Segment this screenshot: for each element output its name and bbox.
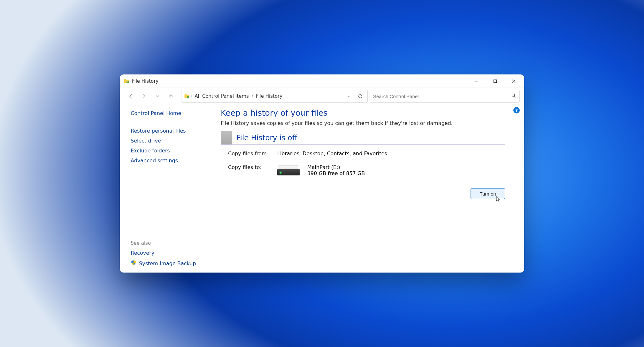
- titlebar: File History: [120, 74, 524, 88]
- sidebar-link-restore[interactable]: Restore personal files: [131, 128, 216, 134]
- nav-up-button[interactable]: [165, 90, 177, 103]
- sidebar: Control Panel Home Restore personal file…: [120, 104, 216, 273]
- refresh-button[interactable]: [355, 91, 365, 101]
- address-dropdown[interactable]: [344, 91, 354, 101]
- copy-from-label: Copy files from:: [228, 150, 270, 157]
- search-box[interactable]: [370, 90, 520, 103]
- content-area: ? Control Panel Home Restore personal fi…: [120, 104, 524, 273]
- control-panel-home-link[interactable]: Control Panel Home: [131, 110, 216, 116]
- nav-recent-dropdown[interactable]: [151, 90, 164, 103]
- address-bar[interactable]: « All Control Panel Items File History: [181, 90, 368, 103]
- status-panel: File History is off Copy files from: Lib…: [221, 131, 505, 185]
- sidebar-link-select-drive[interactable]: Select drive: [131, 138, 216, 144]
- page-title: Keep a history of your files: [221, 108, 505, 118]
- drive-name: MainPart (E:): [307, 164, 365, 170]
- maximize-button[interactable]: [486, 74, 504, 88]
- chevron-right-icon: [251, 94, 254, 98]
- see-also-system-image-backup[interactable]: System Image Backup: [139, 260, 196, 266]
- shield-icon: [131, 260, 136, 267]
- copy-from-value: Libraries, Desktop, Contacts, and Favori…: [277, 150, 387, 157]
- main-pane: Keep a history of your files File Histor…: [216, 104, 524, 273]
- sidebar-link-exclude[interactable]: Exclude folders: [131, 148, 216, 154]
- search-icon: [511, 93, 516, 99]
- window-title: File History: [132, 78, 158, 84]
- breadcrumb-item[interactable]: File History: [254, 93, 284, 99]
- page-description: File History saves copies of your files …: [221, 120, 505, 126]
- drive-icon: [277, 165, 300, 175]
- address-folder-icon: [183, 93, 190, 100]
- see-also-recovery[interactable]: Recovery: [131, 250, 216, 256]
- nav-forward-button[interactable]: [138, 90, 150, 103]
- svg-rect-1: [494, 80, 497, 82]
- app-icon: [124, 78, 129, 84]
- drive-free-space: 390 GB free of 857 GB: [307, 170, 365, 176]
- sidebar-link-advanced[interactable]: Advanced settings: [131, 158, 216, 164]
- svg-point-3: [512, 94, 515, 96]
- help-icon[interactable]: ?: [513, 107, 520, 113]
- navigation-bar: « All Control Panel Items File History: [120, 88, 524, 104]
- see-also-heading: See also: [131, 240, 216, 246]
- window-controls: [467, 74, 523, 88]
- status-text: File History is off: [232, 134, 297, 142]
- minimize-button[interactable]: [467, 74, 486, 88]
- nav-back-button[interactable]: [124, 90, 137, 103]
- file-history-window: File History: [120, 74, 524, 273]
- turn-on-button[interactable]: Turn on: [471, 188, 505, 199]
- status-header: File History is off: [221, 131, 505, 145]
- breadcrumb-prefix: «: [190, 94, 193, 98]
- search-input[interactable]: [373, 94, 511, 99]
- close-button[interactable]: [504, 74, 523, 88]
- breadcrumb-item[interactable]: All Control Panel Items: [193, 93, 251, 99]
- svg-point-2: [187, 96, 189, 98]
- copy-to-label: Copy files to:: [228, 164, 270, 176]
- status-stripe: [221, 131, 232, 144]
